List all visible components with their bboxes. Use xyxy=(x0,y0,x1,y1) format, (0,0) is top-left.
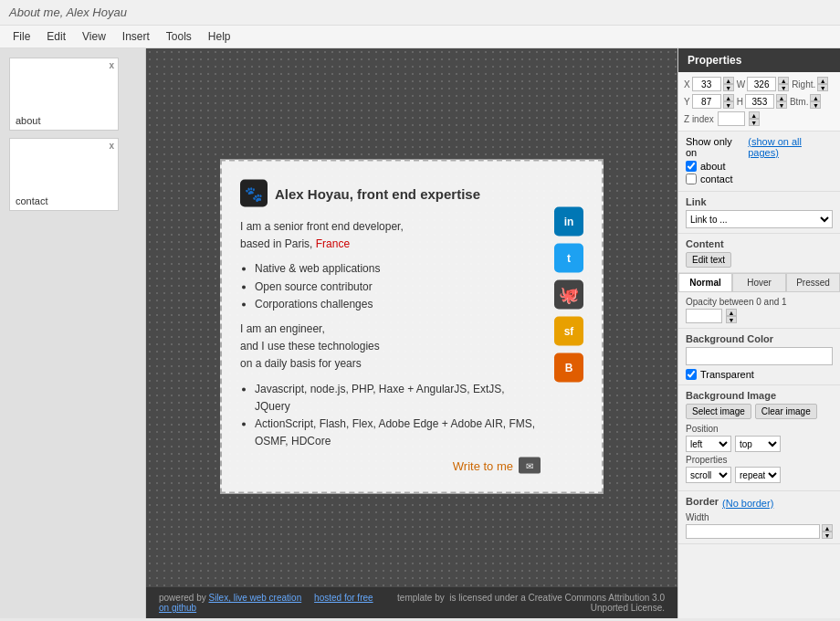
btm-label: Btm. xyxy=(790,97,809,107)
left-panel: x about x contact xyxy=(0,48,146,618)
zindex-input[interactable] xyxy=(718,111,745,126)
content-label: Content xyxy=(686,238,833,249)
btm-stepper: ▲ ▼ xyxy=(810,94,821,109)
edit-text-btn[interactable]: Edit text xyxy=(686,252,731,268)
menu-insert[interactable]: Insert xyxy=(115,27,157,46)
tab-pressed[interactable]: Pressed xyxy=(786,273,840,291)
pos-left-select[interactable]: left xyxy=(686,436,731,452)
w-up[interactable]: ▲ xyxy=(778,77,789,84)
bg-props-row: scroll repeat xyxy=(686,467,833,483)
menu-help[interactable]: Help xyxy=(201,27,238,46)
menu-tools[interactable]: Tools xyxy=(159,27,199,46)
opacity-up[interactable]: ▲ xyxy=(726,309,737,316)
opacity-section: Opacity between 0 and 1 ▲ ▼ xyxy=(678,292,840,329)
no-border-link[interactable]: (No border) xyxy=(722,498,773,509)
right-up[interactable]: ▲ xyxy=(817,77,828,84)
transparent-row: Transparent xyxy=(686,369,833,380)
menu-file[interactable]: File xyxy=(5,27,37,46)
transparent-checkbox[interactable] xyxy=(686,369,697,380)
position-label: Position xyxy=(686,424,833,434)
show-all-pages-link[interactable]: (show on all pages) xyxy=(748,136,833,158)
blogger-icon[interactable]: B xyxy=(554,353,583,383)
select-image-btn[interactable]: Select image xyxy=(686,404,751,419)
close-contact-btn[interactable]: x xyxy=(109,141,114,151)
opacity-row: ▲ ▼ xyxy=(686,309,833,323)
sf-icon[interactable]: sf xyxy=(554,317,583,346)
w-down[interactable]: ▼ xyxy=(778,84,789,91)
contact-checkbox[interactable] xyxy=(686,174,697,184)
opacity-down[interactable]: ▼ xyxy=(726,316,737,323)
about-page-label: about xyxy=(16,115,41,126)
page-thumb-about[interactable]: x about xyxy=(9,58,119,131)
clear-image-btn[interactable]: Clear image xyxy=(755,404,817,419)
repeat-select[interactable]: repeat xyxy=(735,467,781,483)
w-input[interactable] xyxy=(747,77,776,91)
canvas-footer: powered by Silex, live web creation host… xyxy=(146,587,677,618)
border-width-input[interactable] xyxy=(686,524,820,539)
card-header: 🐾 Alex Hoyau, front end expertise xyxy=(240,180,541,207)
link-select[interactable]: Link to ... xyxy=(686,210,833,228)
bg-color-section: Background Color Transparent xyxy=(678,329,840,385)
x-input[interactable] xyxy=(692,77,721,91)
props-coords: X ▲ ▼ W ▲ ▼ Right. ▲ ▼ xyxy=(678,72,840,132)
border-width-stepper: ▲ ▼ xyxy=(822,524,833,539)
y-down[interactable]: ▼ xyxy=(723,101,734,109)
x-label: X xyxy=(684,79,690,89)
y-label: Y xyxy=(684,97,690,107)
pos-top-select[interactable]: top xyxy=(735,436,781,452)
y-input[interactable] xyxy=(692,94,721,109)
app-title: About me, Alex Hoyau xyxy=(9,5,127,19)
position-row: left top xyxy=(686,436,833,452)
h-down[interactable]: ▼ xyxy=(776,101,787,109)
h-up[interactable]: ▲ xyxy=(776,94,787,101)
h-input[interactable] xyxy=(745,94,774,109)
x-coord: X ▲ ▼ xyxy=(684,77,734,91)
opacity-stepper: ▲ ▼ xyxy=(726,309,737,323)
btm-up[interactable]: ▲ xyxy=(810,94,821,101)
github-icon[interactable]: 🐙 xyxy=(554,280,583,310)
y-coord: Y ▲ ▼ xyxy=(684,94,734,109)
bw-up[interactable]: ▲ xyxy=(822,524,833,532)
x-up[interactable]: ▲ xyxy=(723,77,734,84)
x-stepper: ▲ ▼ xyxy=(723,77,734,91)
menu-view[interactable]: View xyxy=(75,27,113,46)
scroll-select[interactable]: scroll xyxy=(686,467,731,483)
btm-down[interactable]: ▼ xyxy=(810,101,821,109)
transparent-label: Transparent xyxy=(700,369,754,380)
page-thumb-contact[interactable]: x contact xyxy=(9,138,119,211)
contact-page-check-label: contact xyxy=(700,174,732,184)
border-section: Border (No border) Width ▲ ▼ xyxy=(678,491,840,544)
h-stepper: ▲ ▼ xyxy=(776,94,787,109)
right-panel: Properties X ▲ ▼ W ▲ ▼ Right. xyxy=(677,48,840,618)
props-header: Properties xyxy=(678,48,840,72)
bg-image-label: Background Image xyxy=(686,390,833,401)
show-on-row: Show only on (show on all pages) xyxy=(686,136,833,158)
menu-edit[interactable]: Edit xyxy=(39,27,73,46)
bw-down[interactable]: ▼ xyxy=(822,532,833,539)
canvas-area[interactable]: 🐾 Alex Hoyau, front end expertise I am a… xyxy=(146,48,677,618)
y-up[interactable]: ▲ xyxy=(723,94,734,101)
twitter-icon[interactable]: t xyxy=(554,244,583,273)
opacity-input[interactable] xyxy=(686,309,722,323)
show-on-label: Show only on xyxy=(686,136,744,158)
silex-link[interactable]: Silex, live web creation xyxy=(208,593,301,603)
write-to-me[interactable]: Write to me ✉ xyxy=(240,458,541,474)
tab-normal[interactable]: Normal xyxy=(678,273,732,291)
h-label: H xyxy=(737,97,743,107)
content-section: Content Edit text xyxy=(678,234,840,273)
contact-checkbox-row: contact xyxy=(686,174,833,184)
card-left: 🐾 Alex Hoyau, front end expertise I am a… xyxy=(240,180,541,474)
z-down[interactable]: ▼ xyxy=(749,119,760,126)
bg-image-buttons: Select image Clear image xyxy=(686,404,833,419)
bg-color-swatch[interactable] xyxy=(686,347,833,365)
footer-left: powered by Silex, live web creation host… xyxy=(159,593,373,613)
right-down[interactable]: ▼ xyxy=(817,84,828,91)
linkedin-icon[interactable]: in xyxy=(554,207,583,237)
close-about-btn[interactable]: x xyxy=(109,60,114,70)
paw-icon: 🐾 xyxy=(240,180,268,207)
zindex-label: Z index xyxy=(684,114,714,124)
about-checkbox[interactable] xyxy=(686,161,697,172)
tab-hover[interactable]: Hover xyxy=(732,273,786,291)
x-down[interactable]: ▼ xyxy=(723,84,734,91)
z-up[interactable]: ▲ xyxy=(749,111,760,119)
